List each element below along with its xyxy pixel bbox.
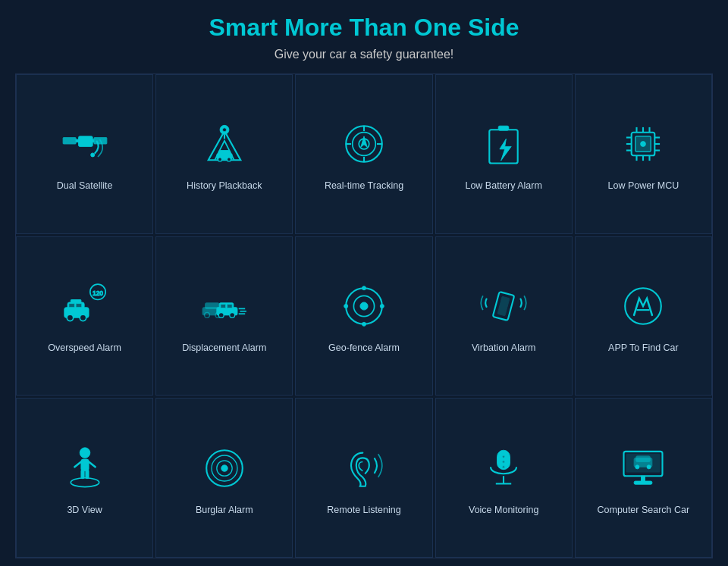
overspeed-label: Overspeed Alarm xyxy=(48,342,121,354)
svg-point-63 xyxy=(362,322,366,326)
low-battery-label: Low Battery Alarm xyxy=(465,180,541,192)
voice-monitoring-label: Voice Monitoring xyxy=(469,504,538,516)
svg-line-75 xyxy=(74,461,81,467)
grid-item-burglar: Burglar Alarm xyxy=(155,398,293,558)
grid-item-geofence: Geo-fence Alarm xyxy=(295,236,432,396)
svg-rect-89 xyxy=(642,476,645,481)
svg-point-43 xyxy=(80,314,86,321)
grid-item-low-power-mcu: Low Power MCU xyxy=(575,74,712,234)
vibration-icon xyxy=(477,280,530,333)
geofence-label: Geo-fence Alarm xyxy=(328,342,400,354)
grid-item-remote-listening: Remote Listening xyxy=(295,398,432,558)
vibration-label: Virbation Alarm xyxy=(472,342,536,354)
geofence-icon xyxy=(337,280,391,333)
grid-item-vibration: Virbation Alarm xyxy=(435,236,573,396)
displacement-label: Displacement Alarm xyxy=(182,342,266,354)
svg-rect-73 xyxy=(85,469,88,478)
svg-rect-41 xyxy=(71,299,81,302)
grid-item-history-playback: History Plackback xyxy=(155,74,293,234)
computer-search-label: Computer Search Car xyxy=(598,504,690,516)
burglar-icon xyxy=(198,442,251,495)
svg-point-11 xyxy=(227,158,231,161)
svg-point-62 xyxy=(362,286,366,290)
svg-rect-45 xyxy=(76,303,82,307)
svg-rect-55 xyxy=(227,304,232,308)
burglar-label: Burglar Alarm xyxy=(196,504,253,516)
grid-item-dual-satellite: Dual Satellite xyxy=(16,74,153,234)
svg-rect-54 xyxy=(221,304,226,308)
grid-item-app-find-car: APP To Find Car xyxy=(575,236,712,396)
svg-point-52 xyxy=(218,312,224,317)
svg-rect-67 xyxy=(497,296,510,316)
listening-icon xyxy=(337,442,391,495)
svg-rect-20 xyxy=(498,126,509,130)
svg-rect-9 xyxy=(218,151,230,155)
grid-item-3d-view: 3D View xyxy=(16,398,153,558)
svg-point-65 xyxy=(380,304,384,308)
svg-point-64 xyxy=(344,304,348,308)
svg-point-53 xyxy=(230,312,235,317)
grid-item-computer-search: Computer Search Car xyxy=(575,398,712,558)
svg-text:120: 120 xyxy=(93,289,103,296)
svg-point-80 xyxy=(221,464,228,471)
page-wrapper: Smart More Than One Side Give your car a… xyxy=(0,0,728,566)
mcu-icon xyxy=(617,117,670,170)
svg-rect-0 xyxy=(78,136,93,147)
svg-point-93 xyxy=(635,464,639,468)
svg-point-86 xyxy=(502,465,504,467)
svg-line-76 xyxy=(89,461,96,467)
overspeed-icon: 120 xyxy=(58,280,111,333)
remote-listening-label: Remote Listening xyxy=(327,504,400,516)
svg-point-7 xyxy=(222,128,226,132)
svg-point-36 xyxy=(641,142,646,147)
grid-item-voice-monitoring: Voice Monitoring xyxy=(435,398,573,558)
battery-icon xyxy=(477,117,530,170)
svg-rect-71 xyxy=(80,459,88,471)
computer-icon xyxy=(617,442,670,495)
3dview-label: 3D View xyxy=(67,504,102,516)
svg-rect-4 xyxy=(91,139,93,142)
svg-point-85 xyxy=(502,460,504,462)
grid-item-realtime-tracking: Real-time Tracking xyxy=(295,74,432,234)
microphone-icon xyxy=(477,442,530,495)
realtime-tracking-label: Real-time Tracking xyxy=(325,180,403,192)
svg-point-70 xyxy=(80,447,90,458)
history-playback-label: History Plackback xyxy=(187,180,262,192)
svg-point-5 xyxy=(90,153,94,157)
app-find-car-label: APP To Find Car xyxy=(608,342,679,354)
main-title: Smart More Than One Side xyxy=(209,14,519,42)
svg-point-61 xyxy=(360,302,368,310)
svg-point-84 xyxy=(502,455,504,458)
svg-rect-72 xyxy=(80,469,83,478)
appstore-icon xyxy=(617,280,670,333)
svg-rect-3 xyxy=(76,139,78,142)
tracking-icon xyxy=(337,117,391,170)
grid-item-displacement: Displacement Alarm xyxy=(155,236,293,396)
svg-point-74 xyxy=(71,477,99,486)
dual-satellite-label: Dual Satellite xyxy=(57,180,113,192)
svg-rect-44 xyxy=(68,303,74,307)
svg-rect-1 xyxy=(63,138,76,145)
svg-point-10 xyxy=(218,158,221,161)
svg-rect-90 xyxy=(634,481,652,484)
svg-point-94 xyxy=(647,464,651,468)
svg-point-42 xyxy=(67,314,74,321)
3dview-icon xyxy=(58,442,111,495)
grid-item-overspeed: 120 Overspeed Alarm xyxy=(16,236,153,396)
grid-item-low-battery: Low Battery Alarm xyxy=(435,74,573,234)
low-power-mcu-label: Low Power MCU xyxy=(608,180,679,192)
subtitle: Give your car a safety guarantee! xyxy=(275,48,454,61)
svg-rect-92 xyxy=(636,455,651,461)
satellite-icon xyxy=(58,117,111,170)
features-grid: Dual Satellite xyxy=(15,73,713,558)
history-icon xyxy=(198,117,251,170)
displacement-icon xyxy=(198,280,251,333)
svg-point-48 xyxy=(204,312,209,317)
